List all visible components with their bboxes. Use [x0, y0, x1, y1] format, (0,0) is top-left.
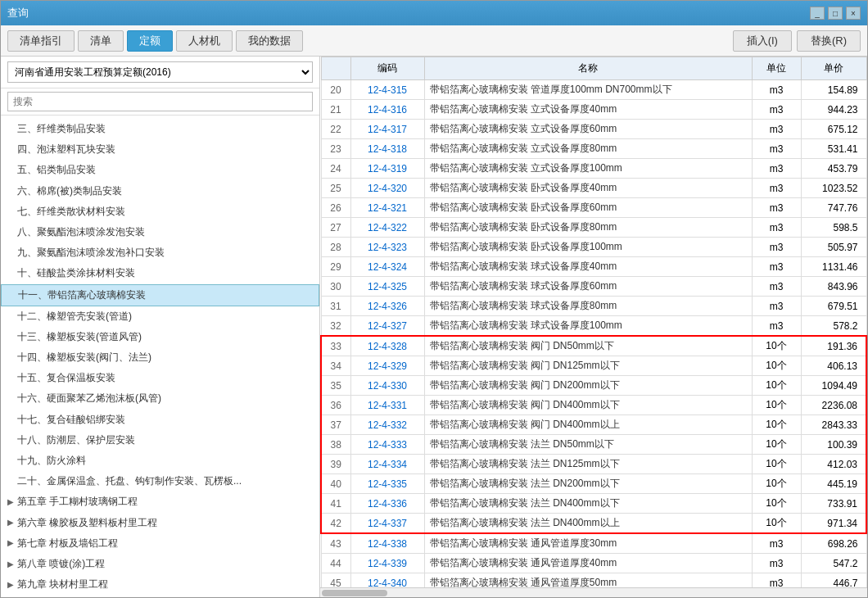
tree-item-24[interactable]: ▶ 第十章 管道补伤工程: [1, 595, 319, 597]
table-row[interactable]: 34 12-4-329 带铝箔离心玻璃棉安装 阀门 DN125mm以下 10个 …: [321, 356, 866, 376]
cell-name: 带铝箔离心玻璃棉安装 法兰 DN400mm以上: [424, 514, 752, 534]
tree-item-5[interactable]: 七、纤维类散状材料安装: [1, 202, 319, 222]
cell-num: 23: [321, 139, 350, 159]
cell-code: 12-4-330: [350, 376, 424, 396]
cell-num: 39: [321, 455, 350, 474]
cell-price: 412.03: [801, 455, 866, 474]
tab-rencaiji[interactable]: 人材机: [176, 30, 233, 52]
table-body: 20 12-4-315 带铝箔离心玻璃棉安装 管道厚度100mm DN700mm…: [321, 80, 866, 588]
tree-item-9[interactable]: 十一、带铝箔离心玻璃棉安装: [1, 284, 319, 306]
table-row[interactable]: 39 12-4-334 带铝箔离心玻璃棉安装 法兰 DN125mm以下 10个 …: [321, 455, 866, 474]
tree-item-8[interactable]: 十、硅酸盐类涂抹材料安装: [1, 263, 319, 283]
col-header-code: 编码: [350, 57, 424, 80]
cell-unit: m3: [752, 139, 801, 159]
table-row[interactable]: 30 12-4-325 带铝箔离心玻璃棉安装 球式设备厚度60mm m3 843…: [321, 277, 866, 297]
table-row[interactable]: 25 12-4-320 带铝箔离心玻璃棉安装 卧式设备厚度40mm m3 102…: [321, 179, 866, 198]
tree-item-23[interactable]: ▶ 第九章 块材村里工程: [1, 574, 319, 595]
cell-unit: m3: [752, 198, 801, 218]
table-row[interactable]: 23 12-4-318 带铝箔离心玻璃棉安装 立式设备厚度80mm m3 531…: [321, 139, 866, 159]
table-row[interactable]: 33 12-4-328 带铝箔离心玻璃棉安装 阀门 DN50mm以下 10个 1…: [321, 336, 866, 356]
tree-item-16[interactable]: 十八、防潮层、保护层安装: [1, 430, 319, 451]
minimize-button[interactable]: _: [810, 7, 825, 20]
table-row[interactable]: 20 12-4-315 带铝箔离心玻璃棉安装 管道厚度100mm DN700mm…: [321, 80, 866, 100]
table-row[interactable]: 27 12-4-322 带铝箔离心玻璃棉安装 卧式设备厚度80mm m3 598…: [321, 218, 866, 238]
tree-item-10[interactable]: 十二、橡塑管壳安装(管道): [1, 306, 319, 327]
cell-name: 带铝箔离心玻璃棉安装 球式设备厚度100mm: [424, 316, 752, 337]
tree-item-6[interactable]: 八、聚氨酯泡沫喷涂发泡安装: [1, 222, 319, 242]
table-row[interactable]: 22 12-4-317 带铝箔离心玻璃棉安装 立式设备厚度60mm m3 675…: [321, 120, 866, 139]
cell-price: 1023.52: [801, 179, 866, 198]
tree-item-19[interactable]: ▶ 第五章 手工糊村玻璃钢工程: [1, 492, 319, 512]
maximize-button[interactable]: □: [828, 7, 843, 20]
cell-name: 带铝箔离心玻璃棉安装 卧式设备厚度40mm: [424, 179, 752, 198]
tab-mydata[interactable]: 我的数据: [236, 30, 303, 52]
cell-code: 12-4-332: [350, 415, 424, 435]
tree-item-11[interactable]: 十三、橡塑板安装(管道风管): [1, 327, 319, 347]
cell-price: 191.36: [801, 336, 866, 356]
tree-item-20[interactable]: ▶ 第六章 橡胶板及塑料板村里工程: [1, 513, 319, 533]
action-buttons: 插入(I) 替换(R): [733, 30, 861, 52]
cell-code: 12-4-320: [350, 179, 424, 198]
table-row[interactable]: 31 12-4-326 带铝箔离心玻璃棉安装 球式设备厚度80mm m3 679…: [321, 297, 866, 316]
tree-item-21[interactable]: ▶ 第七章 村板及墙铝工程: [1, 533, 319, 554]
cell-unit: m3: [752, 218, 801, 238]
table-row[interactable]: 29 12-4-324 带铝箔离心玻璃棉安装 球式设备厚度40mm m3 113…: [321, 257, 866, 277]
scrollbar-thumb[interactable]: [322, 590, 387, 596]
tab-qingdan-zhiyin[interactable]: 清单指引: [7, 30, 75, 52]
tab-qingdan[interactable]: 清单: [78, 30, 124, 52]
table-wrapper[interactable]: 编码 名称 单位 单价 20 12-4-315 带铝箔离心玻璃棉安装 管道厚度1…: [320, 57, 867, 587]
table-row[interactable]: 41 12-4-336 带铝箔离心玻璃棉安装 法兰 DN400mm以下 10个 …: [321, 494, 866, 514]
tree-item-7[interactable]: 九、聚氨酯泡沫喷涂发泡补口安装: [1, 242, 319, 263]
tree-item-12[interactable]: 十四、橡塑板安装(阀门、法兰): [1, 347, 319, 368]
table-row[interactable]: 45 12-4-340 带铝箔离心玻璃棉安装 通风管道厚度50mm m3 446…: [321, 573, 866, 588]
tree-item-1[interactable]: 三、纤维类制品安装: [1, 119, 319, 139]
cell-price: 747.76: [801, 198, 866, 218]
table-row[interactable]: 21 12-4-316 带铝箔离心玻璃棉安装 立式设备厚度40mm m3 944…: [321, 100, 866, 120]
tree-item-17[interactable]: 十九、防火涂料: [1, 451, 319, 471]
toolbar: 清单指引 清单 定额 人材机 我的数据 插入(I) 替换(R): [1, 25, 867, 57]
tree-item-22[interactable]: ▶ 第八章 喷镀(涂)工程: [1, 554, 319, 574]
tree-item-14[interactable]: 十六、硬面聚苯乙烯泡沫板(风管): [1, 388, 319, 409]
cell-num: 42: [321, 514, 350, 534]
search-input[interactable]: [7, 92, 313, 111]
cell-num: 36: [321, 396, 350, 415]
cell-code: 12-4-329: [350, 356, 424, 376]
table-row[interactable]: 32 12-4-327 带铝箔离心玻璃棉安装 球式设备厚度100mm m3 57…: [321, 316, 866, 337]
cell-unit: m3: [752, 238, 801, 257]
cell-unit: m3: [752, 159, 801, 179]
table-row[interactable]: 28 12-4-323 带铝箔离心玻璃棉安装 卧式设备厚度100mm m3 50…: [321, 238, 866, 257]
tab-dinge[interactable]: 定额: [127, 30, 173, 52]
cell-num: 33: [321, 336, 350, 356]
cell-num: 35: [321, 376, 350, 396]
table-row[interactable]: 43 12-4-338 带铝箔离心玻璃棉安装 通风管道厚度30mm m3 698…: [321, 533, 866, 554]
quota-dropdown[interactable]: 河南省通用安装工程预算定额(2016): [7, 61, 313, 83]
tree-item-18[interactable]: 二十、金属保温盒、托盘、钩钉制作安装、瓦楞板...: [1, 471, 319, 492]
tree-item-2[interactable]: 四、泡沫塑料瓦块安装: [1, 139, 319, 160]
table-row[interactable]: 37 12-4-332 带铝箔离心玻璃棉安装 阀门 DN400mm以上 10个 …: [321, 415, 866, 435]
tree-item-15[interactable]: 十七、复合硅酸铝绑安装: [1, 410, 319, 430]
tree-item-4[interactable]: 六、棉席(被)类制品安装: [1, 181, 319, 202]
cell-price: 1094.49: [801, 376, 866, 396]
close-button[interactable]: ×: [846, 7, 861, 20]
table-row[interactable]: 38 12-4-333 带铝箔离心玻璃棉安装 法兰 DN50mm以下 10个 1…: [321, 435, 866, 455]
cell-num: 37: [321, 415, 350, 435]
tree-item-13[interactable]: 十五、复合保温板安装: [1, 368, 319, 388]
cell-code: 12-4-323: [350, 238, 424, 257]
replace-button[interactable]: 替换(R): [797, 30, 861, 52]
arrow-icon: ▶: [7, 558, 14, 571]
table-row[interactable]: 44 12-4-339 带铝箔离心玻璃棉安装 通风管道厚度40mm m3 547…: [321, 554, 866, 573]
search-area: [1, 88, 319, 116]
cell-price: 843.96: [801, 277, 866, 297]
horizontal-scrollbar[interactable]: [320, 587, 867, 597]
arrow-icon: ▶: [7, 578, 14, 591]
table-row[interactable]: 40 12-4-335 带铝箔离心玻璃棉安装 法兰 DN200mm以下 10个 …: [321, 474, 866, 494]
table-row[interactable]: 36 12-4-331 带铝箔离心玻璃棉安装 阀门 DN400mm以下 10个 …: [321, 396, 866, 415]
insert-button[interactable]: 插入(I): [733, 30, 792, 52]
tree-item-3[interactable]: 五、铝类制品安装: [1, 160, 319, 180]
dropdown-area: 河南省通用安装工程预算定额(2016): [1, 57, 319, 88]
table-row[interactable]: 26 12-4-321 带铝箔离心玻璃棉安装 卧式设备厚度60mm m3 747…: [321, 198, 866, 218]
table-row[interactable]: 42 12-4-337 带铝箔离心玻璃棉安装 法兰 DN400mm以上 10个 …: [321, 514, 866, 534]
table-row[interactable]: 35 12-4-330 带铝箔离心玻璃棉安装 阀门 DN200mm以下 10个 …: [321, 376, 866, 396]
table-row[interactable]: 24 12-4-319 带铝箔离心玻璃棉安装 立式设备厚度100mm m3 45…: [321, 159, 866, 179]
cell-num: 31: [321, 297, 350, 316]
